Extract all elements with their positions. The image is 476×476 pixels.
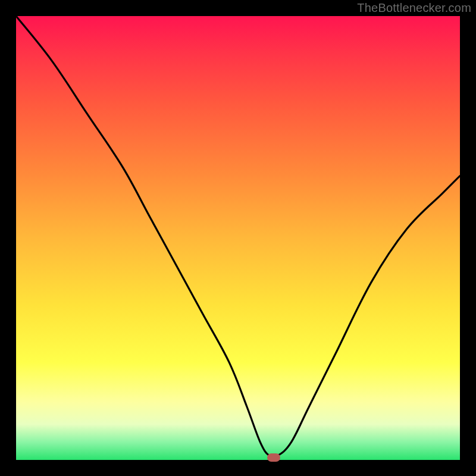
line-chart-svg [16, 16, 460, 460]
bottleneck-curve [16, 16, 460, 458]
watermark-text: TheBottlenecker.com [357, 1, 471, 15]
chart-container: TheBottlenecker.com [0, 0, 476, 476]
optimal-point-marker [267, 453, 280, 462]
plot-area [16, 16, 460, 460]
